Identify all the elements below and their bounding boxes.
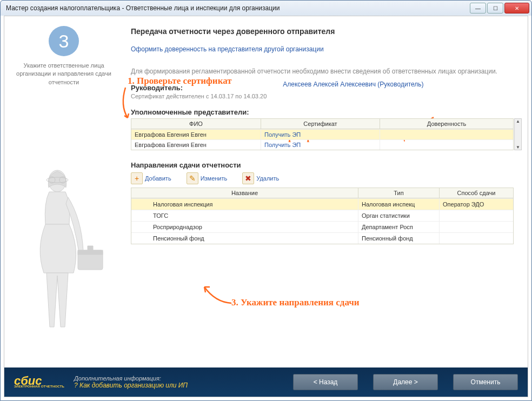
- step-number-badge: 3: [49, 26, 79, 56]
- help-info[interactable]: Дополнительная информация: ? Как добавит…: [74, 375, 188, 389]
- reps-heading: Уполномоченные представители:: [131, 108, 514, 116]
- get-signature-link[interactable]: Получить ЭП: [261, 130, 380, 139]
- cert-validity: Сертификат действителен с 14.03.17 по 14…: [131, 93, 267, 99]
- dir-row[interactable]: Пенсионный фонд Пенсионный фонд: [131, 232, 513, 244]
- close-button[interactable]: ✕: [504, 3, 529, 14]
- directions-heading: Направления сдачи отчетности: [131, 161, 514, 169]
- reps-col-cert[interactable]: Сертификат: [261, 119, 380, 129]
- sbis-logo: сбис ЭЛЕКТРОННАЯ ОТЧЕТНОСТЬ: [14, 376, 64, 388]
- dir-row[interactable]: Налоговая инспекция Налоговая инспекц Оп…: [131, 198, 513, 210]
- dir-col-type[interactable]: Тип: [358, 188, 440, 198]
- page-title: Передача отчетности через доверенного от…: [131, 27, 514, 36]
- dir-row[interactable]: Росприроднадзор Департамент Росп: [131, 221, 513, 232]
- wizard-window: Мастер создания налогоплательщика - Отве…: [0, 0, 532, 401]
- representatives-table[interactable]: ФИО Сертификат Доверенность Евграфова Ев…: [131, 118, 514, 150]
- delete-icon: ✖: [242, 172, 254, 184]
- wizard-footer: сбис ЭЛЕКТРОННАЯ ОТЧЕТНОСТЬ Дополнительн…: [4, 367, 528, 397]
- dir-col-name[interactable]: Название: [131, 188, 358, 198]
- assistant-illustration: [14, 165, 117, 332]
- dir-row[interactable]: ТОГС Орган статистики: [131, 210, 513, 221]
- plus-icon: +: [131, 172, 143, 184]
- get-signature-link[interactable]: Получить ЭП: [261, 140, 380, 150]
- minimize-button[interactable]: —: [470, 3, 486, 14]
- poa-link[interactable]: Оформить доверенность на представителя д…: [131, 45, 514, 53]
- add-button[interactable]: +Добавить: [131, 172, 171, 184]
- cancel-button[interactable]: Отменить: [453, 374, 518, 390]
- edit-button[interactable]: ✎Изменить: [187, 172, 228, 184]
- dir-col-method[interactable]: Способ сдачи: [440, 188, 513, 198]
- director-link[interactable]: Алексеев Алексей Алексеевич (Руководител…: [283, 81, 423, 88]
- director-label: Руководитель:: [131, 84, 267, 92]
- annotation-3: 3. Укажите направления сдачи: [231, 297, 360, 308]
- sidebar-hint: Укажите ответственные лица организации и…: [11, 62, 117, 86]
- reps-col-fio[interactable]: ФИО: [131, 119, 261, 129]
- next-button[interactable]: Далее >: [373, 374, 438, 390]
- cert-description: Для формирования регламентированной отче…: [131, 67, 514, 76]
- wizard-sidebar: 3 Укажите ответственные лица организации…: [4, 16, 123, 367]
- window-title: Мастер создания налогоплательщика - Отве…: [6, 4, 280, 12]
- delete-button[interactable]: ✖Удалить: [242, 172, 279, 184]
- reps-scrollbar[interactable]: ▲▼: [514, 118, 522, 150]
- reps-row[interactable]: Евграфова Евгения Евген Получить ЭП: [131, 139, 513, 150]
- back-button[interactable]: < Назад: [293, 374, 358, 390]
- titlebar[interactable]: Мастер создания налогоплательщика - Отве…: [1, 1, 531, 16]
- reps-col-poa[interactable]: Доверенность: [380, 119, 513, 129]
- pencil-icon: ✎: [187, 172, 198, 184]
- reps-row[interactable]: Евграфова Евгения Евген Получить ЭП: [131, 129, 513, 139]
- main-panel: Передача отчетности через доверенного от…: [123, 16, 528, 367]
- directions-table[interactable]: Название Тип Способ сдачи Налоговая инсп…: [131, 188, 514, 244]
- maximize-button[interactable]: ☐: [487, 3, 503, 14]
